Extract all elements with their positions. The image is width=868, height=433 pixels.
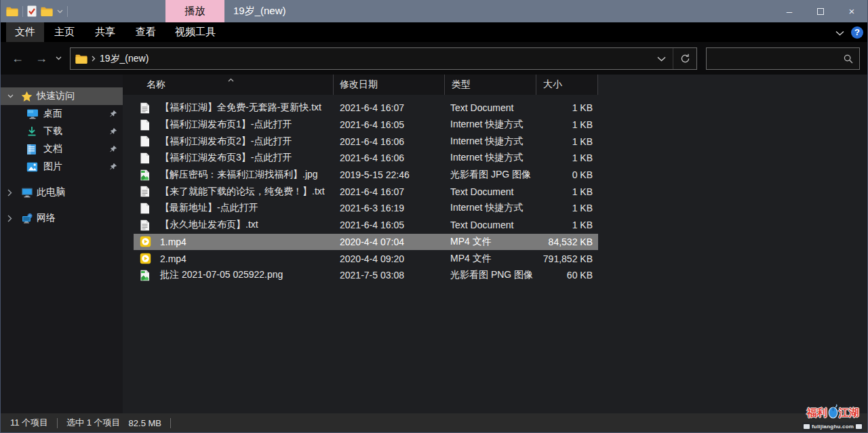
- address-dropdown-chevron-icon[interactable]: [650, 48, 673, 69]
- sidebar-item-label: 桌面: [43, 108, 62, 120]
- file-size: 60 KB: [536, 270, 598, 281]
- ribbon-tab-查看[interactable]: 查看: [125, 22, 166, 42]
- file-date-modified: 2021-6-3 16:19: [334, 203, 445, 213]
- contextual-tab-play[interactable]: 播放: [165, 0, 224, 22]
- file-row[interactable]: 【永久地址发布页】.txt2021-6-4 16:05Text Document…: [134, 217, 598, 234]
- file-size: 1 KB: [536, 119, 598, 130]
- file-date-modified: 2021-6-4 16:07: [334, 102, 445, 113]
- sidebar-item-文档[interactable]: 文档: [1, 140, 123, 158]
- column-label: 大小: [543, 79, 562, 91]
- breadcrumb-chevron-icon[interactable]: [92, 56, 96, 62]
- help-icon[interactable]: ?: [851, 26, 863, 39]
- file-row[interactable]: 1.mp42020-4-4 07:04MP4 文件84,532 KB: [134, 234, 598, 251]
- file-type: Internet 快捷方式: [445, 152, 536, 164]
- file-size: 791,852 KB: [536, 253, 598, 264]
- file-row[interactable]: 【来了就能下载的论坛，纯免费！】.txt2021-6-4 16:07Text D…: [134, 183, 598, 200]
- forward-button[interactable]: →: [31, 42, 52, 75]
- search-box[interactable]: [706, 47, 860, 70]
- downloads-icon: [26, 126, 37, 137]
- watermark-square-icon: [804, 424, 810, 429]
- column-label: 类型: [452, 79, 471, 91]
- ribbon-tab-共享[interactable]: 共享: [85, 22, 125, 42]
- navigation-toolbar: ← → ↑ 19岁_(new): [1, 42, 867, 75]
- file-row[interactable]: 【最新地址】-点此打开2021-6-3 16:19Internet 快捷方式1 …: [134, 200, 598, 217]
- maximize-button[interactable]: [805, 0, 836, 22]
- expand-chevron-down-icon[interactable]: [7, 94, 16, 98]
- file-type: Text Document: [445, 220, 536, 230]
- file-type: 光影看图 PNG 图像: [445, 269, 536, 281]
- column-header-date[interactable]: 修改日期: [334, 75, 445, 95]
- maximize-icon: [817, 8, 824, 15]
- sidebar-item-桌面[interactable]: 桌面: [1, 105, 123, 123]
- file-rows: 【福利江湖】全免费-无套路-更新快.txt2021-6-4 16:07Text …: [134, 100, 598, 284]
- sidebar-item-label: 快速访问: [37, 90, 75, 102]
- file-row[interactable]: 【福利江湖发布页2】-点此打开2021-6-4 16:06Internet 快捷…: [134, 133, 598, 150]
- file-row[interactable]: 2.mp42020-4-4 09:20MP4 文件791,852 KB: [134, 250, 598, 267]
- search-icon[interactable]: [844, 54, 853, 64]
- address-bar[interactable]: 19岁_(new): [70, 47, 697, 70]
- url-file-icon: [140, 119, 151, 131]
- column-header-name[interactable]: 名称: [123, 75, 334, 95]
- watermark-text-left: 福利: [807, 407, 827, 419]
- refresh-icon[interactable]: [673, 48, 696, 69]
- txt-file-icon: [140, 102, 151, 114]
- qat-customize-chevron-icon[interactable]: [57, 9, 63, 14]
- breadcrumb-current-folder[interactable]: 19岁_(new): [100, 53, 149, 65]
- search-input[interactable]: [707, 48, 844, 69]
- file-size: 1 KB: [536, 152, 598, 163]
- properties-check-icon[interactable]: [27, 5, 37, 17]
- file-type: Internet 快捷方式: [445, 202, 536, 214]
- close-button[interactable]: ×: [836, 0, 867, 22]
- file-date-modified: 2021-7-5 03:08: [334, 270, 445, 281]
- toolbar-separator: [22, 6, 23, 17]
- expand-chevron-right-icon[interactable]: [7, 215, 16, 222]
- file-size: 1 KB: [536, 220, 598, 230]
- file-row[interactable]: 【福利江湖】全免费-无套路-更新快.txt2021-6-4 16:07Text …: [134, 100, 598, 117]
- sidebar-item-label: 此电脑: [37, 186, 65, 199]
- file-name: 【福利江湖发布页1】-点此打开: [160, 119, 292, 131]
- file-date-modified: 2021-6-4 16:06: [334, 136, 445, 147]
- column-header-size[interactable]: 大小: [536, 75, 598, 95]
- watermark-url-strip: fulijianghu.com: [802, 422, 863, 431]
- watermark-square-icon: [856, 424, 862, 429]
- ribbon-tab-文件[interactable]: 文件: [6, 22, 44, 42]
- file-type: Text Document: [445, 102, 536, 113]
- file-date-modified: 2020-4-4 07:04: [334, 236, 445, 247]
- column-header-type[interactable]: 类型: [445, 75, 536, 95]
- column-headers: 名称 修改日期 类型 大小: [123, 75, 598, 95]
- txt-file-icon: [140, 220, 151, 231]
- back-button[interactable]: ←: [7, 42, 28, 75]
- file-row[interactable]: 【福利江湖发布页1】-点此打开2021-6-4 16:05Internet 快捷…: [134, 117, 598, 133]
- mp4-file-icon: [140, 253, 151, 264]
- sidebar-item-下载[interactable]: 下载: [1, 123, 123, 140]
- sidebar-item-网络[interactable]: 网络: [1, 209, 123, 227]
- sidebar-item-此电脑[interactable]: 此电脑: [1, 184, 123, 201]
- file-date-modified: 2021-6-4 16:07: [334, 186, 445, 197]
- ribbon-tab-视频工具[interactable]: 视频工具: [166, 22, 224, 42]
- expand-chevron-right-icon[interactable]: [7, 189, 16, 197]
- ribbon-tab-主页[interactable]: 主页: [44, 22, 85, 42]
- file-name: 【来了就能下载的论坛，纯免费！】.txt: [160, 186, 325, 198]
- file-type: MP4 文件: [445, 236, 536, 248]
- watermark-text-right: 江湖: [839, 407, 859, 419]
- file-row[interactable]: 批注 2021-07-05 025922.png2021-7-5 03:08光影…: [134, 267, 598, 284]
- sidebar-item-图片[interactable]: 图片: [1, 158, 123, 176]
- file-type: 光影看图 JPG 图像: [445, 169, 536, 181]
- new-folder-icon[interactable]: [41, 7, 53, 16]
- file-row[interactable]: 【福利江湖发布页3】-点此打开2021-6-4 16:06Internet 快捷…: [134, 150, 598, 167]
- file-date-modified: 2021-6-4 16:05: [334, 119, 445, 130]
- pin-icon: [109, 110, 117, 118]
- recent-locations-chevron-icon[interactable]: [52, 42, 65, 75]
- folder-icon[interactable]: [6, 7, 18, 16]
- pin-icon: [109, 127, 117, 136]
- file-name: 【福利江湖】全免费-无套路-更新快.txt: [160, 102, 321, 114]
- mouse-icon: [828, 404, 838, 421]
- collapse-ribbon-chevron-icon[interactable]: [835, 26, 844, 39]
- file-date-modified: 2021-6-4 16:05: [334, 220, 445, 230]
- column-label: 修改日期: [340, 79, 378, 91]
- minimize-button[interactable]: –: [774, 0, 805, 22]
- file-name: 【福利江湖发布页3】-点此打开: [160, 152, 292, 164]
- sidebar-item-快速访问[interactable]: 快速访问: [1, 87, 123, 105]
- file-row[interactable]: 【解压密码：来福利江湖找福利】.jpg2019-5-15 22:46光影看图 J…: [134, 167, 598, 184]
- file-date-modified: 2019-5-15 22:46: [334, 169, 445, 180]
